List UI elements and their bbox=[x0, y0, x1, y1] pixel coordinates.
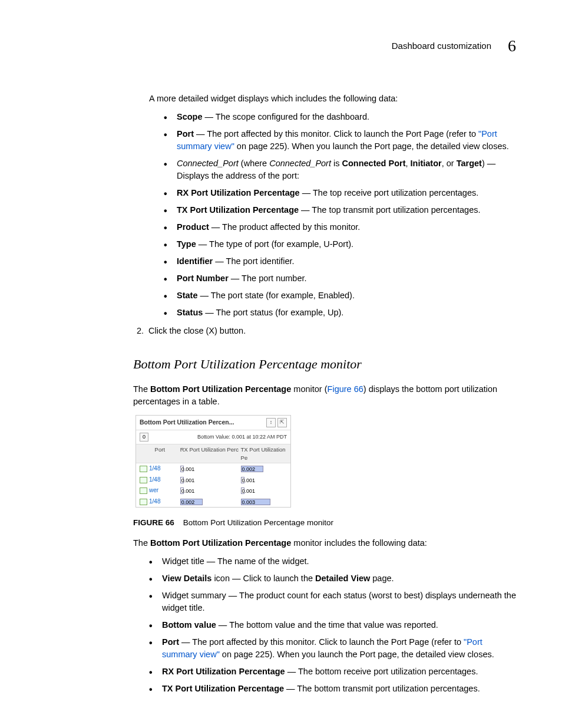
rx-bar: 0.001 bbox=[180, 487, 184, 494]
figure-link[interactable]: Figure 66 bbox=[328, 384, 363, 394]
tx-bar: 0.001 bbox=[241, 477, 244, 483]
table-row: 1/480.0010.002 bbox=[136, 463, 290, 475]
tx-bar: 0.002 bbox=[241, 466, 263, 472]
list-item: Port — The port affected by this monitor… bbox=[164, 128, 516, 153]
rx-bar: 0.002 bbox=[180, 499, 203, 505]
list-item: State — The port state (for example, Ena… bbox=[164, 289, 516, 302]
intro-paragraph: A more detailed widget displays which in… bbox=[46, 93, 516, 105]
list-item: RX Port Utilization Percentage — The bot… bbox=[149, 666, 516, 678]
bottom-value-text: Bottom Value: 0.001 at 10:22 AM PDT bbox=[197, 433, 287, 441]
table-header: Port RX Port Utilization Perc TX Port Ut… bbox=[136, 444, 290, 464]
switch-icon bbox=[140, 466, 147, 472]
table-row: wer0.0010.001 bbox=[136, 485, 290, 496]
tx-bar: 0.003 bbox=[241, 499, 270, 505]
section-heading: Bottom Port Utilization Percentage monit… bbox=[46, 355, 516, 374]
switch-icon bbox=[140, 477, 147, 483]
section-para: The Bottom Port Utilization Percentage m… bbox=[46, 383, 516, 408]
switch-icon bbox=[140, 499, 147, 505]
rx-bar: 0.001 bbox=[180, 466, 184, 472]
list-item: Bottom value — The bottom value and the … bbox=[149, 619, 516, 631]
list-item: Identifier — The port identifier. bbox=[164, 255, 516, 268]
port-link[interactable]: wer bbox=[149, 486, 158, 495]
popout-icon[interactable]: ⇱ bbox=[277, 418, 287, 427]
detail-list-2: Widget title — The name of the widget. V… bbox=[46, 555, 516, 695]
port-link[interactable]: 1/48 bbox=[149, 465, 160, 473]
chapter-number: 6 bbox=[508, 34, 516, 58]
count-badge: 0 bbox=[140, 433, 148, 442]
widget-title: Bottom Port Utilization Percen... bbox=[140, 418, 234, 427]
switch-icon bbox=[140, 487, 147, 494]
list-item: Status — The port status (for example, U… bbox=[164, 307, 516, 319]
table-row: 1/480.0020.003 bbox=[136, 496, 290, 508]
header-section: Dashboard customization bbox=[392, 39, 491, 52]
list-item: Widget title — The name of the widget. bbox=[149, 555, 516, 568]
list-item: Port Number — The port number. bbox=[164, 272, 516, 285]
tx-bar: 0.001 bbox=[241, 487, 244, 494]
list-item: View Details icon — Click to launch the … bbox=[149, 572, 516, 585]
list-item: Type — The type of port (for example, U-… bbox=[164, 238, 516, 251]
page-header: Dashboard customization 6 bbox=[46, 34, 516, 58]
refresh-icon[interactable]: ↕ bbox=[266, 418, 276, 427]
widget-screenshot: Bottom Port Utilization Percen... ↕ ⇱ 0 … bbox=[135, 415, 291, 508]
rx-bar: 0.001 bbox=[180, 477, 184, 483]
detail-list-1: Scope — The scope configured for the das… bbox=[46, 111, 516, 319]
list-item: Product — The product affected by this m… bbox=[164, 221, 516, 233]
port-link[interactable]: 1/48 bbox=[149, 498, 160, 506]
port-link[interactable]: 1/48 bbox=[149, 476, 160, 485]
list-item: Scope — The scope configured for the das… bbox=[164, 111, 516, 123]
step-2: 2.Click the close (X) button. bbox=[46, 325, 516, 337]
table-row: 1/480.0010.001 bbox=[136, 475, 290, 486]
list-item: TX Port Utilization Percentage — The bot… bbox=[149, 683, 516, 695]
section-para-2: The Bottom Port Utilization Percentage m… bbox=[46, 537, 516, 549]
figure-caption: FIGURE 66 Bottom Port Utilization Percen… bbox=[133, 517, 516, 529]
list-item: Widget summary — The product count for e… bbox=[149, 589, 516, 614]
list-item: Port — The port affected by this monitor… bbox=[149, 636, 516, 661]
list-item: TX Port Utilization Percentage — The top… bbox=[164, 204, 516, 216]
list-item: RX Port Utilization Percentage — The top… bbox=[164, 187, 516, 199]
list-item: Connected_Port (where Connected_Port is … bbox=[164, 157, 516, 182]
